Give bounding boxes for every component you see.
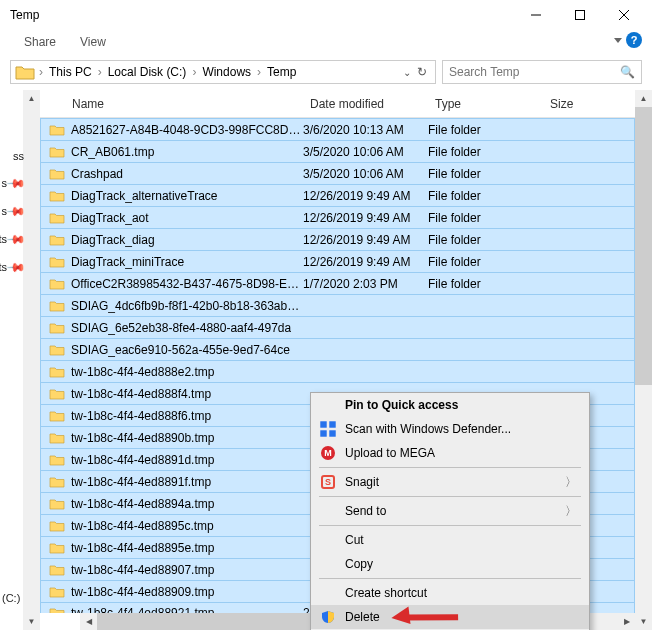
svg-rect-4: [320, 421, 326, 427]
svg-rect-1: [576, 11, 585, 20]
file-name: DiagTrack_diag: [71, 233, 155, 247]
file-type: File folder: [428, 145, 543, 159]
search-placeholder: Search Temp: [449, 65, 519, 79]
minimize-button[interactable]: [514, 1, 558, 29]
quick-access-partial: ss s📌 s📌 ts📌 ts📌: [0, 150, 26, 274]
file-type: File folder: [428, 255, 543, 269]
table-row[interactable]: Crashpad3/5/2020 10:06 AMFile folder: [40, 162, 635, 184]
column-name[interactable]: Name: [44, 97, 302, 111]
file-date: 12/26/2019 9:49 AM: [303, 255, 428, 269]
table-row[interactable]: DiagTrack_diag12/26/2019 9:49 AMFile fol…: [40, 228, 635, 250]
column-size[interactable]: Size: [542, 97, 612, 111]
scrollbar-thumb[interactable]: [635, 107, 652, 385]
chevron-right-icon: ›: [192, 65, 196, 79]
file-type: File folder: [428, 167, 543, 181]
table-row[interactable]: DiagTrack_alternativeTrace12/26/2019 9:4…: [40, 184, 635, 206]
menu-cut[interactable]: Cut: [311, 528, 589, 552]
submenu-arrow-icon: 〉: [565, 474, 581, 491]
scroll-up-icon[interactable]: ▲: [640, 94, 648, 103]
file-name: tw-1b8c-4f4-4ed8890b.tmp: [71, 431, 214, 445]
menu-send-to[interactable]: Send to 〉: [311, 499, 589, 523]
chevron-down-icon[interactable]: ⌄: [403, 67, 411, 78]
search-icon: 🔍: [620, 65, 635, 79]
title-bar: Temp: [0, 0, 652, 30]
file-name: DiagTrack_miniTrace: [71, 255, 184, 269]
maximize-button[interactable]: [558, 1, 602, 29]
menu-pin-quick-access[interactable]: Pin to Quick access: [311, 393, 589, 417]
breadcrumb[interactable]: › This PC › Local Disk (C:) › Windows › …: [10, 60, 436, 84]
file-date: 12/26/2019 9:49 AM: [303, 233, 428, 247]
ribbon-help[interactable]: ?: [614, 32, 642, 48]
scroll-right-icon[interactable]: ▶: [624, 617, 630, 626]
file-name: tw-1b8c-4f4-4ed88921.tmp: [71, 606, 214, 613]
column-date[interactable]: Date modified: [302, 97, 427, 111]
file-name: tw-1b8c-4f4-4ed8895e.tmp: [71, 541, 214, 555]
vertical-scrollbar[interactable]: ▲ ▼: [635, 90, 652, 630]
file-name: tw-1b8c-4f4-4ed88907.tmp: [71, 563, 214, 577]
tab-view[interactable]: View: [80, 35, 106, 49]
menu-upload-mega[interactable]: M Upload to MEGA: [311, 441, 589, 465]
table-row[interactable]: DiagTrack_aot12/26/2019 9:49 AMFile fold…: [40, 206, 635, 228]
file-name: tw-1b8c-4f4-4ed8895c.tmp: [71, 519, 214, 533]
file-name: A8521627-A84B-4048-9CD3-998FCC8D47...: [71, 123, 303, 137]
file-name: tw-1b8c-4f4-4ed8894a.tmp: [71, 497, 214, 511]
file-type: File folder: [428, 189, 543, 203]
file-date: 3/5/2020 10:06 AM: [303, 167, 428, 181]
file-type: File folder: [428, 233, 543, 247]
file-date: 3/5/2020 10:06 AM: [303, 145, 428, 159]
ribbon-tabs: Share View ?: [0, 30, 652, 54]
file-name: tw-1b8c-4f4-4ed8891d.tmp: [71, 453, 214, 467]
mega-icon: M: [319, 444, 337, 462]
file-type: File folder: [428, 123, 543, 137]
help-icon[interactable]: ?: [626, 32, 642, 48]
file-name: tw-1b8c-4f4-4ed888f6.tmp: [71, 409, 211, 423]
file-name: SDIAG_eac6e910-562a-455e-9ed7-64ce: [71, 343, 290, 357]
table-row[interactable]: SDIAG_6e52eb38-8fe4-4880-aaf4-497da: [40, 316, 635, 338]
drive-label[interactable]: (C:): [0, 590, 22, 606]
file-name: tw-1b8c-4f4-4ed8891f.tmp: [71, 475, 211, 489]
breadcrumb-item[interactable]: This PC: [47, 65, 94, 79]
address-bar: › This PC › Local Disk (C:) › Windows › …: [0, 54, 652, 90]
breadcrumb-item[interactable]: Temp: [265, 65, 298, 79]
table-row[interactable]: CR_AB061.tmp3/5/2020 10:06 AMFile folder: [40, 140, 635, 162]
menu-snagit[interactable]: S Snagit 〉: [311, 470, 589, 494]
column-type[interactable]: Type: [427, 97, 542, 111]
file-date: 12/26/2019 9:49 AM: [303, 211, 428, 225]
file-name: DiagTrack_alternativeTrace: [71, 189, 218, 203]
table-row[interactable]: SDIAG_eac6e910-562a-455e-9ed7-64ce: [40, 338, 635, 360]
breadcrumb-item[interactable]: Local Disk (C:): [106, 65, 189, 79]
table-row[interactable]: tw-1b8c-4f4-4ed888e2.tmp: [40, 360, 635, 382]
tab-share[interactable]: Share: [24, 35, 56, 49]
file-date: 12/26/2019 9:49 AM: [303, 189, 428, 203]
scroll-left-icon[interactable]: ◀: [86, 617, 92, 626]
menu-scan-defender[interactable]: Scan with Windows Defender...: [311, 417, 589, 441]
scroll-down-icon[interactable]: ▼: [28, 617, 36, 626]
file-name: SDIAG_6e52eb38-8fe4-4880-aaf4-497da: [71, 321, 291, 335]
close-button[interactable]: [602, 1, 646, 29]
table-row[interactable]: A8521627-A84B-4048-9CD3-998FCC8D47...3/6…: [40, 118, 635, 140]
file-type: File folder: [428, 211, 543, 225]
menu-copy[interactable]: Copy: [311, 552, 589, 576]
search-input[interactable]: Search Temp 🔍: [442, 60, 642, 84]
chevron-down-icon: [614, 38, 622, 43]
svg-rect-5: [329, 421, 335, 427]
breadcrumb-item[interactable]: Windows: [200, 65, 253, 79]
folder-icon: [15, 64, 35, 80]
content-area: ss s📌 s📌 ts📌 ts📌 (C:) ▲ ▼ Name Date modi…: [0, 90, 652, 630]
file-name: tw-1b8c-4f4-4ed888e2.tmp: [71, 365, 214, 379]
table-row[interactable]: SDIAG_4dc6fb9b-f8f1-42b0-8b18-363abd...: [40, 294, 635, 316]
scroll-up-icon[interactable]: ▲: [28, 94, 36, 103]
snagit-icon: S: [319, 473, 337, 491]
defender-icon: [319, 420, 337, 438]
file-type: File folder: [428, 277, 543, 291]
table-row[interactable]: OfficeC2R38985432-B437-4675-8D98-E82...1…: [40, 272, 635, 294]
file-name: DiagTrack_aot: [71, 211, 149, 225]
table-row[interactable]: DiagTrack_miniTrace12/26/2019 9:49 AMFil…: [40, 250, 635, 272]
shield-icon: [319, 608, 337, 626]
file-name: tw-1b8c-4f4-4ed888f4.tmp: [71, 387, 211, 401]
column-headers[interactable]: Name Date modified Type Size: [40, 90, 635, 118]
file-name: CR_AB061.tmp: [71, 145, 154, 159]
pin-icon: 📌: [6, 173, 27, 194]
scroll-down-icon[interactable]: ▼: [640, 617, 648, 626]
refresh-icon[interactable]: ↻: [417, 65, 427, 79]
